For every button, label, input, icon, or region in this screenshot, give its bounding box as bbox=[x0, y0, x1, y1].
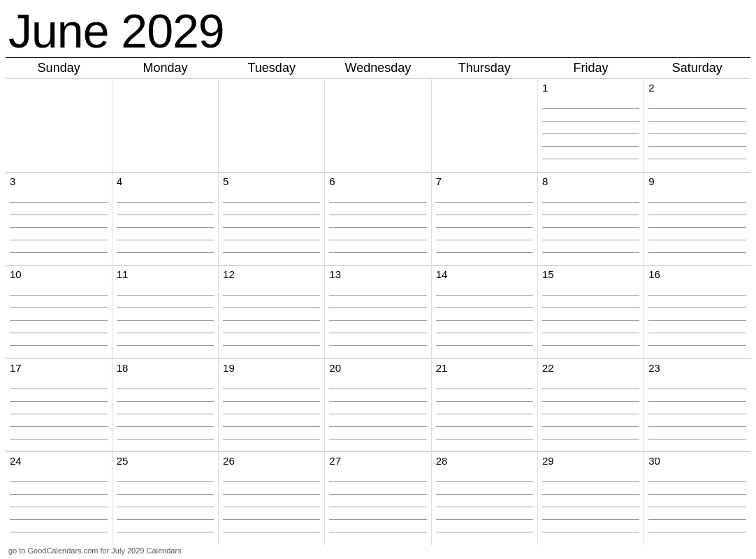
calendar-cell[interactable]: 14 bbox=[431, 266, 537, 359]
writing-lines bbox=[117, 377, 214, 440]
writing-line bbox=[648, 389, 746, 402]
day-number: 6 bbox=[329, 175, 426, 187]
writing-lines bbox=[542, 283, 639, 346]
writing-line bbox=[117, 507, 214, 520]
calendar-cell[interactable]: 29 bbox=[537, 452, 644, 546]
writing-lines bbox=[329, 283, 426, 346]
calendar-cell[interactable]: 23 bbox=[644, 358, 750, 452]
calendar-cell[interactable]: 8 bbox=[537, 172, 644, 266]
calendar-cell[interactable]: 5 bbox=[219, 172, 325, 266]
writing-line bbox=[542, 507, 639, 520]
calendar-cell[interactable] bbox=[6, 79, 112, 173]
calendar-cell[interactable]: 26 bbox=[219, 452, 325, 546]
writing-line bbox=[10, 470, 108, 482]
day-number: 21 bbox=[436, 362, 533, 374]
writing-line bbox=[10, 414, 108, 427]
writing-line bbox=[436, 470, 533, 482]
writing-line bbox=[223, 520, 320, 532]
writing-line bbox=[542, 414, 639, 427]
calendar-cell[interactable]: 25 bbox=[112, 452, 218, 546]
calendar-cell[interactable]: 1 bbox=[537, 79, 644, 173]
writing-line bbox=[542, 134, 639, 147]
writing-line bbox=[329, 427, 426, 440]
day-number: 11 bbox=[117, 268, 214, 280]
writing-lines bbox=[223, 283, 320, 346]
writing-line bbox=[10, 495, 108, 507]
writing-line bbox=[542, 215, 639, 228]
day-number: 22 bbox=[542, 362, 639, 374]
calendar-cell[interactable]: 4 bbox=[112, 172, 218, 266]
calendar-table: SundayMondayTuesdayWednesdayThursdayFrid… bbox=[6, 57, 750, 545]
writing-line bbox=[648, 296, 746, 308]
writing-line bbox=[10, 203, 108, 215]
writing-lines bbox=[10, 283, 108, 346]
writing-line bbox=[542, 122, 639, 134]
writing-line bbox=[648, 308, 746, 321]
day-number: 30 bbox=[648, 455, 746, 467]
calendar-cell[interactable]: 21 bbox=[431, 358, 537, 452]
writing-line bbox=[436, 402, 533, 414]
writing-line bbox=[329, 228, 426, 240]
calendar-cell[interactable]: 24 bbox=[6, 452, 112, 546]
writing-line bbox=[648, 134, 746, 147]
writing-line bbox=[10, 402, 108, 414]
calendar-cell[interactable]: 6 bbox=[325, 172, 431, 266]
day-number: 1 bbox=[542, 82, 639, 94]
writing-line bbox=[648, 228, 746, 240]
writing-lines bbox=[436, 283, 533, 346]
writing-line bbox=[436, 321, 533, 333]
calendar-cell[interactable]: 28 bbox=[431, 452, 537, 546]
writing-line bbox=[436, 427, 533, 440]
writing-line bbox=[648, 122, 746, 134]
writing-lines bbox=[329, 470, 426, 532]
calendar-cell[interactable]: 16 bbox=[644, 266, 750, 359]
writing-line bbox=[329, 215, 426, 228]
month-title: June 2029 bbox=[6, 7, 750, 55]
calendar-cell[interactable]: 15 bbox=[537, 266, 644, 359]
writing-line bbox=[436, 203, 533, 215]
writing-line bbox=[542, 520, 639, 532]
writing-lines bbox=[117, 283, 214, 346]
week-row-4: 24252627282930 bbox=[6, 452, 750, 546]
day-number: 17 bbox=[10, 362, 108, 374]
calendar-cell[interactable]: 12 bbox=[219, 266, 325, 359]
calendar-cell[interactable]: 9 bbox=[644, 172, 750, 266]
calendar-cell[interactable] bbox=[112, 79, 218, 173]
writing-line bbox=[329, 283, 426, 296]
writing-line bbox=[10, 389, 108, 402]
writing-line bbox=[117, 321, 214, 333]
writing-line bbox=[436, 520, 533, 532]
calendar-cell[interactable]: 3 bbox=[6, 172, 112, 266]
calendar-cell[interactable]: 7 bbox=[431, 172, 537, 266]
writing-line bbox=[542, 308, 639, 321]
day-number: 23 bbox=[648, 362, 746, 374]
day-number: 28 bbox=[436, 455, 533, 467]
calendar-cell[interactable]: 17 bbox=[6, 358, 112, 452]
calendar-cell[interactable] bbox=[431, 79, 537, 173]
writing-line bbox=[223, 470, 320, 482]
writing-line bbox=[10, 190, 108, 203]
writing-line bbox=[648, 321, 746, 333]
day-number: 9 bbox=[648, 175, 746, 187]
calendar-cell[interactable] bbox=[325, 79, 431, 173]
calendar-cell[interactable]: 19 bbox=[219, 358, 325, 452]
calendar-page: June 2029 SundayMondayTuesdayWednesdayTh… bbox=[0, 0, 756, 559]
calendar-cell[interactable]: 30 bbox=[644, 452, 750, 546]
day-number: 19 bbox=[223, 362, 320, 374]
calendar-cell[interactable]: 22 bbox=[537, 358, 644, 452]
writing-line bbox=[648, 147, 746, 159]
calendar-cell[interactable] bbox=[219, 79, 325, 173]
calendar-cell[interactable]: 13 bbox=[325, 266, 431, 359]
writing-line bbox=[117, 495, 214, 507]
calendar-cell[interactable]: 27 bbox=[325, 452, 431, 546]
calendar-cell[interactable]: 2 bbox=[644, 79, 750, 173]
calendar-cell[interactable]: 18 bbox=[112, 358, 218, 452]
writing-line bbox=[329, 507, 426, 520]
writing-line bbox=[117, 228, 214, 240]
writing-line bbox=[648, 215, 746, 228]
calendar-cell[interactable]: 20 bbox=[325, 358, 431, 452]
writing-line bbox=[329, 414, 426, 427]
week-row-1: 3456789 bbox=[6, 172, 750, 266]
calendar-cell[interactable]: 10 bbox=[6, 266, 112, 359]
calendar-cell[interactable]: 11 bbox=[112, 266, 218, 359]
